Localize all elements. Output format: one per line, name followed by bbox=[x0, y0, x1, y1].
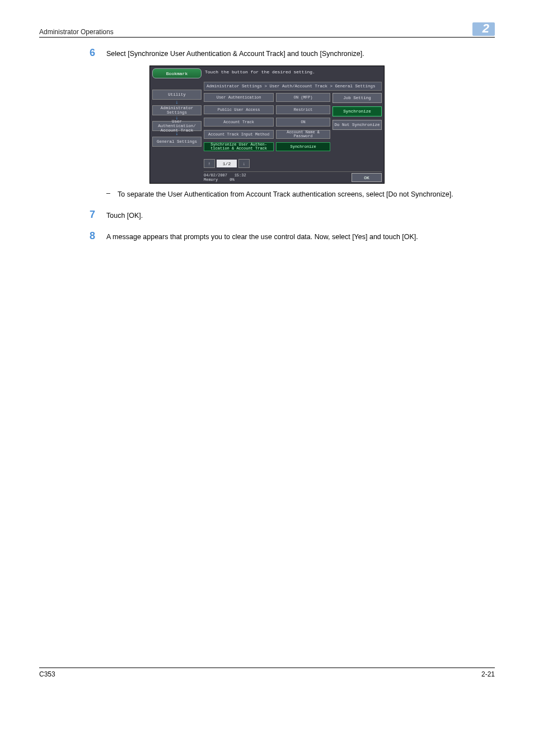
job-setting-button[interactable]: Job Setting bbox=[332, 93, 382, 103]
step-7-text: Touch [OK]. bbox=[106, 209, 143, 221]
bookmark-button[interactable]: Bookmark bbox=[152, 68, 202, 78]
crumb-general-settings[interactable]: General Settings bbox=[152, 137, 202, 147]
synchronize-button[interactable]: Synchronize bbox=[332, 106, 382, 116]
footer-page: 2-21 bbox=[481, 670, 495, 678]
crumb-utility[interactable]: Utility bbox=[152, 90, 202, 100]
dash-text: To separate the User Authentication from… bbox=[118, 189, 453, 199]
step-6-number: 6 bbox=[90, 48, 106, 59]
setting-value: Account Name & Password bbox=[276, 130, 330, 139]
setting-label: Public User Access bbox=[204, 105, 274, 114]
panel-instruction: Touch the button for the desired setting… bbox=[204, 67, 382, 82]
setting-label: Synchronize User Authen- tication & Acco… bbox=[204, 142, 274, 151]
setting-label: Account Track bbox=[204, 118, 274, 127]
step-7-number: 7 bbox=[90, 209, 106, 221]
setting-account-track[interactable]: Account Track ON bbox=[204, 118, 330, 127]
footer-model: C353 bbox=[39, 670, 55, 678]
setting-value: Restrict bbox=[276, 105, 330, 114]
setting-public-user-access[interactable]: Public User Access Restrict bbox=[204, 105, 330, 114]
setting-value: Synchronize bbox=[276, 142, 330, 151]
setting-user-auth[interactable]: User Authentication ON (MFP) bbox=[204, 93, 330, 102]
panel-breadcrumb: Administrator Settings > User Auth/Accou… bbox=[204, 82, 382, 91]
header-title: Administrator Operations bbox=[39, 28, 114, 36]
arrow-icon: ↓ bbox=[152, 100, 202, 105]
crumb-user-auth-account[interactable]: User Authentication/ Account Track bbox=[152, 121, 202, 131]
setting-synchronize-auth[interactable]: Synchronize User Authen- tication & Acco… bbox=[204, 142, 330, 151]
ok-button[interactable]: OK bbox=[352, 173, 382, 182]
setting-label: Account Track Input Method bbox=[204, 130, 274, 139]
step-6-text: Select [Synchronize User Authentication … bbox=[106, 48, 364, 59]
step-8-number: 8 bbox=[90, 231, 106, 242]
step-8-text: A message appears that prompts you to cl… bbox=[106, 231, 418, 242]
chapter-badge: 2 bbox=[472, 22, 495, 36]
pager-up-button[interactable]: ↑ bbox=[204, 159, 215, 168]
crumb-admin-settings[interactable]: Administrator Settings bbox=[152, 105, 202, 115]
setting-value: ON bbox=[276, 118, 330, 127]
status-text: 04/02/2007 15:32 Memory 0% bbox=[204, 173, 246, 182]
device-panel: Bookmark Utility ↓ Administrator Setting… bbox=[149, 66, 385, 184]
pager-down-button[interactable]: ↓ bbox=[238, 159, 250, 168]
setting-value: ON (MFP) bbox=[276, 93, 330, 102]
setting-account-track-input[interactable]: Account Track Input Method Account Name … bbox=[204, 130, 330, 139]
do-not-synchronize-button[interactable]: Do Not Synchronize bbox=[332, 120, 382, 130]
dash-bullet: – bbox=[106, 189, 118, 199]
pager-label: 1/2 bbox=[217, 160, 237, 167]
setting-label: User Authentication bbox=[204, 93, 274, 102]
